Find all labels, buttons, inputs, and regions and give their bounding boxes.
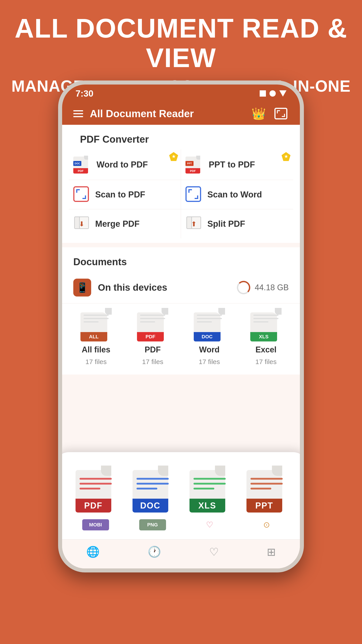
split-pdf-icon: ⬆ xyxy=(185,216,202,232)
svg-text:★: ★ xyxy=(172,154,176,159)
large-icons-grid: PDF xyxy=(69,466,293,512)
large-icons-panel: PDF xyxy=(62,452,300,539)
premium-badge: ★ xyxy=(169,152,179,162)
word-to-pdf-label: Word to PDF xyxy=(96,160,148,170)
scan-to-pdf-label: Scan to PDF xyxy=(95,190,145,200)
large-ppt-icon[interactable]: PPT xyxy=(240,466,293,512)
excel-files-item[interactable]: XLS Excel 17 files xyxy=(239,308,293,366)
scan-to-pdf-item[interactable]: Scan to PDF xyxy=(69,180,181,209)
merge-pdf-icon: ⬇ xyxy=(73,216,90,232)
word-files-count: 17 files xyxy=(199,358,220,366)
pdf-files-icon: PDF xyxy=(137,308,168,342)
small-bottom-icons: MOBI PNG ♡ ⊙ xyxy=(69,519,293,530)
all-files-count: 17 files xyxy=(85,358,107,366)
pdf-files-item[interactable]: PDF PDF 17 files xyxy=(126,308,180,366)
excel-files-icon: XLS xyxy=(250,308,282,342)
merge-pdf-label: Merge PDF xyxy=(95,219,139,229)
all-files-icon: ALL xyxy=(80,308,112,342)
status-time: 7:30 xyxy=(75,88,93,98)
app-content: PDF Converter PDF DOC Word to xyxy=(62,125,300,568)
grid-icon: ⊞ xyxy=(267,546,276,558)
split-pdf-item[interactable]: ⬆ Split PDF xyxy=(181,209,293,238)
globe-icon: 🌐 xyxy=(86,546,100,558)
word-files-icon: DOC xyxy=(194,308,225,342)
storage-info: 44.18 GB xyxy=(237,281,289,294)
svg-text:★: ★ xyxy=(284,154,288,159)
converter-grid: PDF DOC Word to PDF ★ xyxy=(69,149,293,238)
status-bar: 7:30 xyxy=(62,84,300,102)
signal-icon xyxy=(260,90,266,96)
mobi-item[interactable]: MOBI xyxy=(69,519,122,530)
all-badge: ALL xyxy=(80,332,107,342)
pdf-files-name: PDF xyxy=(145,345,161,354)
ppt-to-pdf-item[interactable]: PDF PPT PPT to PDF ★ xyxy=(181,149,293,180)
excel-files-name: Excel xyxy=(255,345,276,354)
device-label: On this devices xyxy=(98,282,230,293)
status-icons xyxy=(260,90,287,96)
hamburger-line xyxy=(73,113,83,114)
large-doc-icon[interactable]: DOC xyxy=(126,466,179,512)
scan-to-pdf-icon xyxy=(73,186,90,203)
documents-title: Documents xyxy=(62,247,300,272)
crown-icon: 👑 xyxy=(251,107,266,120)
word-files-name: Word xyxy=(199,345,219,354)
heart-item[interactable]: ♡ xyxy=(183,519,236,530)
hamburger-menu-icon[interactable] xyxy=(73,110,83,117)
phone-frame: 7:30 All Document Reader 👑 xyxy=(58,80,304,572)
large-xls-icon[interactable]: XLS xyxy=(183,466,236,512)
scan-to-word-icon xyxy=(185,186,202,203)
all-files-item[interactable]: ALL All files 17 files xyxy=(69,308,123,366)
wifi-icon xyxy=(270,90,276,96)
pdf-converter-title: PDF Converter xyxy=(69,125,293,149)
all-files-name: All files xyxy=(82,345,110,354)
device-row[interactable]: 📱 On this devices 44.18 GB xyxy=(62,272,300,304)
split-pdf-label: Split PDF xyxy=(207,219,245,229)
xls-badge: XLS xyxy=(250,332,277,342)
word-to-pdf-item[interactable]: PDF DOC Word to PDF ★ xyxy=(69,149,181,180)
crown-button[interactable]: 👑 xyxy=(251,106,266,122)
storage-circle-icon xyxy=(237,281,250,294)
nav-all[interactable]: ⊞ xyxy=(267,546,276,558)
filetype-grid: ALL All files 17 files xyxy=(62,304,300,374)
battery-icon xyxy=(279,90,287,96)
nav-favorites[interactable]: ♡ xyxy=(209,546,219,558)
circle-item[interactable]: ⊙ xyxy=(240,519,293,530)
excel-files-count: 17 files xyxy=(255,358,277,366)
pdf-converter-section: PDF Converter PDF DOC Word to xyxy=(62,125,300,243)
png-item[interactable]: PNG xyxy=(126,519,179,530)
clock-icon: 🕐 xyxy=(148,546,161,558)
nav-home[interactable]: 🌐 xyxy=(86,546,100,558)
pdf-files-count: 17 files xyxy=(142,358,163,366)
bottom-nav: 🌐 🕐 ♡ ⊞ xyxy=(62,539,300,568)
pdf-badge: PDF xyxy=(137,332,164,342)
scan-to-word-label: Scan to Word xyxy=(207,190,262,200)
phone-frame-container: 7:30 All Document Reader 👑 xyxy=(58,80,304,572)
app-header: All Document Reader 👑 xyxy=(62,102,300,125)
storage-size: 44.18 GB xyxy=(255,283,289,292)
hamburger-line xyxy=(73,116,83,117)
word-files-item[interactable]: DOC Word 17 files xyxy=(182,308,237,366)
scan-header-button[interactable] xyxy=(273,106,289,122)
scan-to-word-item[interactable]: Scan to Word xyxy=(181,180,293,209)
hamburger-line xyxy=(73,110,83,111)
header-title: ALL DOCUMENT READ & VIEW xyxy=(9,14,353,72)
nav-recent[interactable]: 🕐 xyxy=(148,546,161,558)
doc-badge: DOC xyxy=(194,332,221,342)
premium-badge: ★ xyxy=(281,152,291,162)
app-title: All Document Reader xyxy=(90,108,244,120)
heart-nav-icon: ♡ xyxy=(209,546,219,558)
ppt-to-pdf-label: PPT to PDF xyxy=(209,160,255,170)
merge-pdf-item[interactable]: ⬇ Merge PDF xyxy=(69,209,181,238)
documents-section: Documents 📱 On this devices 44.18 GB xyxy=(62,247,300,374)
large-pdf-icon[interactable]: PDF xyxy=(69,466,122,512)
device-icon: 📱 xyxy=(73,278,91,296)
